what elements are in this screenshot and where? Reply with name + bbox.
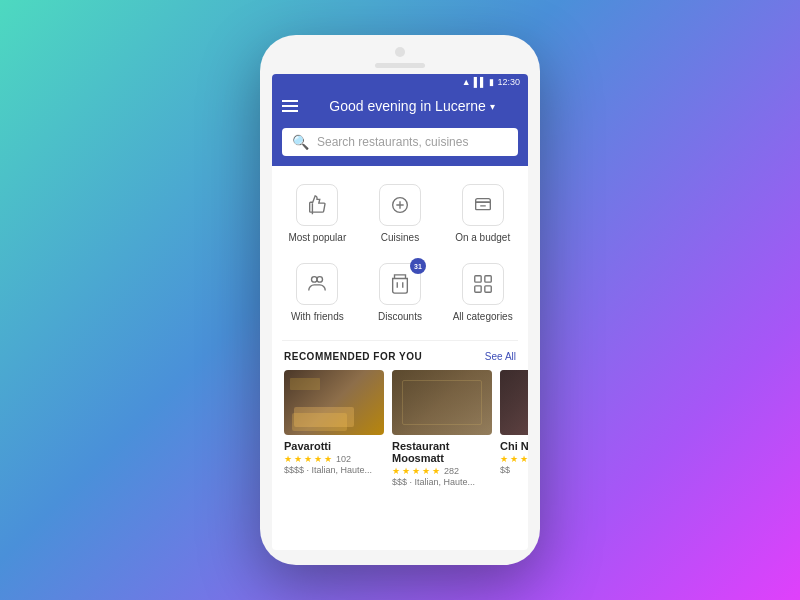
discounts-badge: 31 (410, 258, 426, 274)
location-dropdown[interactable]: ▾ (490, 101, 495, 112)
svg-point-3 (317, 277, 323, 283)
most-popular-icon (296, 184, 338, 226)
pavarotti-info: $$$$ · Italian, Haute... (284, 465, 384, 475)
search-container: 🔍 Search restaurants, cuisines (272, 122, 528, 166)
menu-button[interactable] (282, 100, 298, 112)
moosmatt-stars: ★ ★ ★ ★ ★ 282 (392, 466, 492, 476)
with-friends-label: With friends (291, 311, 344, 322)
search-bar[interactable]: 🔍 Search restaurants, cuisines (282, 128, 518, 156)
discounts-icon: 31 (379, 263, 421, 305)
status-icons: ▲ ▌▌ ▮ 12:30 (462, 77, 520, 87)
chi-nat-info: $$ (500, 465, 528, 475)
moosmatt-info: $$$ · Italian, Haute... (392, 477, 492, 487)
phone-camera (395, 47, 405, 57)
phone-frame: ▲ ▌▌ ▮ 12:30 Good evening in Lucerne ▾ 🔍… (260, 35, 540, 565)
signal-icon: ▌▌ (474, 77, 487, 87)
restaurant-card-moosmatt[interactable]: Restaurant Moosmatt ★ ★ ★ ★ ★ 282 $$$ · … (392, 370, 492, 487)
cuisines-icon (379, 184, 421, 226)
svg-rect-5 (484, 276, 490, 282)
with-friends-icon (296, 263, 338, 305)
pavarotti-reviews: 102 (336, 454, 351, 464)
recommended-title: RECOMMENDED FOR YOU (284, 351, 422, 362)
svg-point-2 (312, 277, 318, 283)
moosmatt-name: Restaurant Moosmatt (392, 440, 492, 464)
search-icon: 🔍 (292, 134, 309, 150)
category-with-friends[interactable]: With friends (276, 253, 359, 332)
moosmatt-reviews: 282 (444, 466, 459, 476)
search-input[interactable]: Search restaurants, cuisines (317, 135, 508, 149)
recommended-header: RECOMMENDED FOR YOU See All (272, 341, 528, 370)
time-display: 12:30 (497, 77, 520, 87)
moosmatt-image (392, 370, 492, 435)
on-a-budget-label: On a budget (455, 232, 510, 243)
cuisines-label: Cuisines (381, 232, 419, 243)
category-discounts[interactable]: 31 Discounts (359, 253, 442, 332)
on-a-budget-icon (462, 184, 504, 226)
chi-nat-image (500, 370, 528, 435)
svg-rect-7 (484, 286, 490, 292)
see-all-button[interactable]: See All (485, 351, 516, 362)
pavarotti-name: Pavarotti (284, 440, 384, 452)
pavarotti-image (284, 370, 384, 435)
category-cuisines[interactable]: Cuisines (359, 174, 442, 253)
chi-nat-stars: ★ ★ ★ ★ ★ (500, 454, 528, 464)
status-bar: ▲ ▌▌ ▮ 12:30 (272, 74, 528, 90)
category-all-categories[interactable]: All categories (441, 253, 524, 332)
svg-rect-6 (474, 286, 480, 292)
restaurant-card-chi-nat[interactable]: Chi Nat ★ ★ ★ ★ ★ $$ (500, 370, 528, 487)
discounts-label: Discounts (378, 311, 422, 322)
all-categories-icon (462, 263, 504, 305)
pavarotti-stars: ★ ★ ★ ★ ★ 102 (284, 454, 384, 464)
phone-speaker (375, 63, 425, 68)
all-categories-label: All categories (453, 311, 513, 322)
categories-grid: Most popular Cuisines (272, 166, 528, 340)
app-header: Good evening in Lucerne ▾ (272, 90, 528, 122)
phone-screen: ▲ ▌▌ ▮ 12:30 Good evening in Lucerne ▾ 🔍… (272, 74, 528, 550)
battery-icon: ▮ (489, 77, 494, 87)
svg-rect-4 (474, 276, 480, 282)
most-popular-label: Most popular (288, 232, 346, 243)
category-most-popular[interactable]: Most popular (276, 174, 359, 253)
restaurant-cards: Pavarotti ★ ★ ★ ★ ★ 102 $$$$ · Italian, … (272, 370, 528, 487)
wifi-icon: ▲ (462, 77, 471, 87)
header-title: Good evening in Lucerne ▾ (306, 98, 518, 114)
restaurant-card-pavarotti[interactable]: Pavarotti ★ ★ ★ ★ ★ 102 $$$$ · Italian, … (284, 370, 384, 487)
category-on-a-budget[interactable]: On a budget (441, 174, 524, 253)
chi-nat-name: Chi Nat (500, 440, 528, 452)
